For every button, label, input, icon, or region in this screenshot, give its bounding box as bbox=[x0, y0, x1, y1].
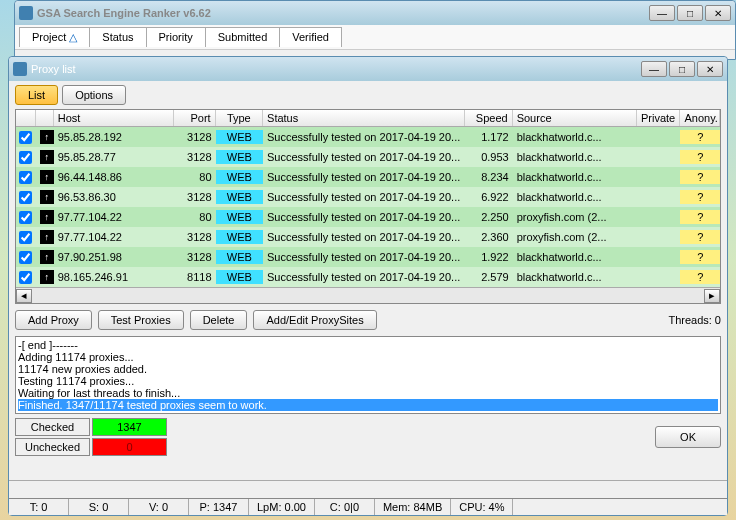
toolbar: List Options bbox=[9, 81, 727, 109]
cell-port: 3128 bbox=[174, 190, 216, 204]
table-row[interactable]: ↑98.165.246.918118WEBSuccessfully tested… bbox=[16, 267, 720, 287]
cell-status: Successfully tested on 2017-04-19 20... bbox=[263, 190, 465, 204]
footer-t: T: 0 bbox=[9, 499, 69, 515]
cell-host: 96.44.148.86 bbox=[54, 170, 174, 184]
unchecked-label: Unchecked bbox=[15, 438, 90, 456]
row-checkbox[interactable] bbox=[16, 250, 36, 265]
up-arrow-icon: ↑ bbox=[36, 209, 54, 225]
proxy-grid: Host Port Type Status Speed Source Priva… bbox=[15, 109, 721, 304]
col-speed[interactable]: Speed bbox=[465, 110, 512, 126]
tab-project[interactable]: Project △ bbox=[19, 27, 90, 47]
table-row[interactable]: ↑97.77.104.223128WEBSuccessfully tested … bbox=[16, 227, 720, 247]
col-type[interactable]: Type bbox=[216, 110, 263, 126]
cell-port: 3128 bbox=[174, 150, 216, 164]
minimize-button[interactable]: — bbox=[649, 5, 675, 21]
list-button[interactable]: List bbox=[15, 85, 58, 105]
row-checkbox[interactable] bbox=[16, 190, 36, 205]
cell-private bbox=[637, 156, 680, 158]
cell-anon: ? bbox=[680, 250, 720, 264]
footer-v: V: 0 bbox=[129, 499, 189, 515]
col-port[interactable]: Port bbox=[174, 110, 216, 126]
proxy-close-button[interactable]: ✕ bbox=[697, 61, 723, 77]
log-line: 11174 new proxies added. bbox=[18, 363, 718, 375]
tab-priority[interactable]: Priority bbox=[147, 27, 206, 47]
cell-private bbox=[637, 256, 680, 258]
scroll-left-button[interactable]: ◂ bbox=[16, 289, 32, 303]
cell-speed: 1.922 bbox=[465, 250, 512, 264]
proxy-maximize-button[interactable]: □ bbox=[669, 61, 695, 77]
up-arrow-icon: ↑ bbox=[36, 269, 54, 285]
log-line: -[ end ]------- bbox=[18, 339, 718, 351]
cell-status: Successfully tested on 2017-04-19 20... bbox=[263, 130, 465, 144]
row-checkbox[interactable] bbox=[16, 170, 36, 185]
row-checkbox[interactable] bbox=[16, 270, 36, 285]
log-line: Waiting for last threads to finish... bbox=[18, 387, 718, 399]
close-button[interactable]: ✕ bbox=[705, 5, 731, 21]
col-status[interactable]: Status bbox=[263, 110, 465, 126]
tab-verified[interactable]: Verified bbox=[280, 27, 342, 47]
cell-source: blackhatworld.c... bbox=[513, 250, 637, 264]
cell-status: Successfully tested on 2017-04-19 20... bbox=[263, 230, 465, 244]
cell-speed: 2.360 bbox=[465, 230, 512, 244]
row-checkbox[interactable] bbox=[16, 210, 36, 225]
main-tabs: Project △ Status Priority Submitted Veri… bbox=[15, 25, 735, 50]
footer-c: C: 0|0 bbox=[315, 499, 375, 515]
cell-type: WEB bbox=[216, 210, 263, 224]
row-checkbox[interactable] bbox=[16, 130, 36, 145]
table-row[interactable]: ↑97.90.251.983128WEBSuccessfully tested … bbox=[16, 247, 720, 267]
footer-lpm: LpM: 0.00 bbox=[249, 499, 315, 515]
maximize-button[interactable]: □ bbox=[677, 5, 703, 21]
log-line: Finished. 1347/11174 tested proxies seem… bbox=[18, 399, 718, 411]
row-checkbox[interactable] bbox=[16, 230, 36, 245]
cell-source: blackhatworld.c... bbox=[513, 150, 637, 164]
add-proxy-button[interactable]: Add Proxy bbox=[15, 310, 92, 330]
cell-type: WEB bbox=[216, 150, 263, 164]
horizontal-scrollbar[interactable]: ◂ ▸ bbox=[16, 287, 720, 303]
cell-port: 3128 bbox=[174, 130, 216, 144]
delete-button[interactable]: Delete bbox=[190, 310, 248, 330]
cell-anon: ? bbox=[680, 190, 720, 204]
cell-host: 95.85.28.77 bbox=[54, 150, 174, 164]
scroll-right-button[interactable]: ▸ bbox=[704, 289, 720, 303]
tab-status[interactable]: Status bbox=[90, 27, 146, 47]
col-private[interactable]: Private bbox=[637, 110, 681, 126]
col-host[interactable]: Host bbox=[54, 110, 174, 126]
cell-source: blackhatworld.c... bbox=[513, 170, 637, 184]
cell-anon: ? bbox=[680, 230, 720, 244]
proxy-minimize-button[interactable]: — bbox=[641, 61, 667, 77]
ok-button[interactable]: OK bbox=[655, 426, 721, 448]
col-check[interactable] bbox=[16, 110, 36, 126]
add-edit-proxysites-button[interactable]: Add/Edit ProxySites bbox=[253, 310, 376, 330]
main-title: GSA Search Engine Ranker v6.62 bbox=[37, 7, 649, 19]
cell-private bbox=[637, 196, 680, 198]
unchecked-value: 0 bbox=[92, 438, 167, 456]
col-source[interactable]: Source bbox=[513, 110, 637, 126]
cell-port: 3128 bbox=[174, 250, 216, 264]
table-row[interactable]: ↑96.44.148.8680WEBSuccessfully tested on… bbox=[16, 167, 720, 187]
cell-private bbox=[637, 236, 680, 238]
options-button[interactable]: Options bbox=[62, 85, 126, 105]
table-row[interactable]: ↑96.53.86.303128WEBSuccessfully tested o… bbox=[16, 187, 720, 207]
table-row[interactable]: ↑97.77.104.2280WEBSuccessfully tested on… bbox=[16, 207, 720, 227]
tab-submitted[interactable]: Submitted bbox=[206, 27, 281, 47]
up-arrow-icon: ↑ bbox=[36, 129, 54, 145]
test-proxies-button[interactable]: Test Proxies bbox=[98, 310, 184, 330]
table-row[interactable]: ↑95.85.28.773128WEBSuccessfully tested o… bbox=[16, 147, 720, 167]
footer-p: P: 1347 bbox=[189, 499, 249, 515]
proxy-title: Proxy list bbox=[31, 63, 641, 75]
footer-mem: Mem: 84MB bbox=[375, 499, 451, 515]
cell-status: Successfully tested on 2017-04-19 20... bbox=[263, 170, 465, 184]
cell-type: WEB bbox=[216, 230, 263, 244]
row-checkbox[interactable] bbox=[16, 150, 36, 165]
col-anon[interactable]: Anony... bbox=[680, 110, 720, 126]
col-arrow[interactable] bbox=[36, 110, 54, 126]
cell-speed: 6.922 bbox=[465, 190, 512, 204]
table-row[interactable]: ↑95.85.28.1923128WEBSuccessfully tested … bbox=[16, 127, 720, 147]
cell-private bbox=[637, 176, 680, 178]
proxy-window: Proxy list — □ ✕ List Options Host Port … bbox=[8, 56, 728, 516]
log-area[interactable]: -[ end ]-------Adding 11174 proxies...11… bbox=[15, 336, 721, 414]
cell-anon: ? bbox=[680, 170, 720, 184]
cell-speed: 2.579 bbox=[465, 270, 512, 284]
grid-body[interactable]: ↑95.85.28.1923128WEBSuccessfully tested … bbox=[16, 127, 720, 287]
cell-speed: 8.234 bbox=[465, 170, 512, 184]
